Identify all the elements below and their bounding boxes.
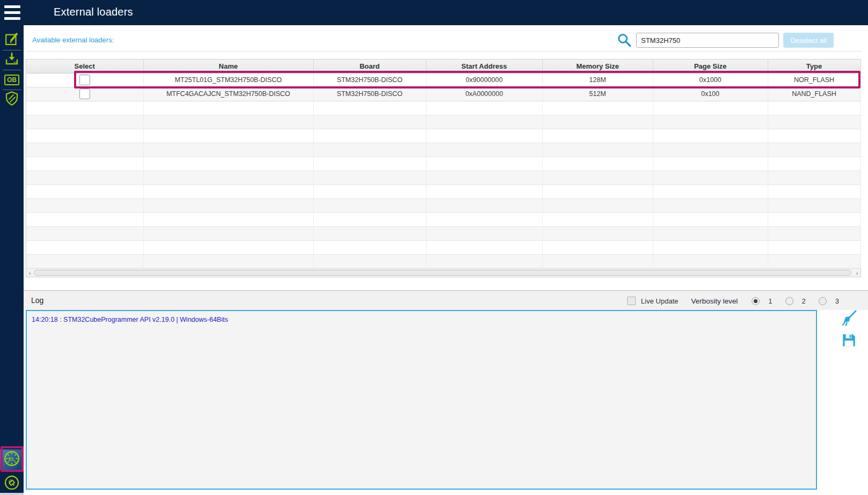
cell-type: NAND_FLASH bbox=[768, 87, 860, 101]
floppy-save-icon bbox=[841, 332, 857, 350]
verbosity-radio-3[interactable] bbox=[819, 297, 827, 305]
cell-start-address: 0x90000000 bbox=[426, 73, 542, 87]
col-header-memory-size[interactable]: Memory Size bbox=[542, 60, 653, 73]
sidebar-item-memory-file-edition[interactable] bbox=[0, 31, 24, 50]
cell-name: MT25TL01G_STM32H750B-DISCO bbox=[143, 73, 313, 87]
log-title: Log bbox=[31, 296, 43, 305]
hamburger-menu-icon[interactable] bbox=[4, 5, 20, 20]
table-row-empty bbox=[26, 157, 860, 171]
sidebar-item-erasing-programming[interactable] bbox=[0, 50, 24, 70]
table-row-empty bbox=[26, 254, 860, 268]
svg-text:EL: EL bbox=[9, 456, 16, 462]
col-header-board[interactable]: Board bbox=[313, 60, 426, 73]
search-icon bbox=[617, 33, 632, 48]
loader-table-body: MT25TL01G_STM32H750B-DISCO STM32H750B-DI… bbox=[26, 73, 860, 268]
sidebar-item-external-loaders[interactable]: EL bbox=[0, 449, 24, 470]
table-row-empty bbox=[26, 198, 860, 212]
page-title: External loaders bbox=[54, 6, 133, 18]
sidebar-item-probe-connector[interactable] bbox=[0, 474, 24, 493]
sidebar-item-option-bytes[interactable]: OB bbox=[0, 70, 24, 90]
table-row-empty bbox=[26, 143, 860, 157]
cell-board: STM32H750B-DISCO bbox=[313, 87, 426, 101]
section-rule bbox=[26, 51, 862, 51]
deselect-all-button[interactable]: Deselect all bbox=[783, 33, 834, 48]
main-content: Available external loaders: Deselect all… bbox=[24, 25, 868, 495]
col-header-select[interactable]: Select bbox=[26, 60, 143, 73]
table-row-empty bbox=[26, 226, 860, 240]
download-icon bbox=[4, 51, 20, 69]
table-row-mtfc4gacajcn: MTFC4GACAJCN_STM32H750B-DISCO STM32H750B… bbox=[26, 87, 860, 101]
search-input[interactable] bbox=[636, 33, 779, 48]
cell-name: MTFC4GACAJCN_STM32H750B-DISCO bbox=[143, 87, 313, 101]
table-row-empty bbox=[26, 115, 860, 129]
scrollbar-thumb[interactable] bbox=[34, 270, 851, 276]
verbosity-radio-3-label: 3 bbox=[835, 297, 839, 305]
pencil-square-icon bbox=[4, 31, 20, 49]
verbosity-level-label: Verbosity level bbox=[691, 297, 738, 305]
verbosity-radio-2[interactable] bbox=[785, 297, 793, 305]
cell-type: NOR_FLASH bbox=[768, 73, 860, 87]
clear-log-button[interactable] bbox=[840, 311, 858, 328]
col-header-page-size[interactable]: Page Size bbox=[653, 60, 768, 73]
cell-page-size: 0x100 bbox=[653, 87, 768, 101]
row-checkbox[interactable] bbox=[79, 75, 90, 85]
cell-board: STM32H750B-DISCO bbox=[313, 73, 426, 87]
broom-icon bbox=[840, 309, 858, 330]
log-header: Log Live Update Verbosity level 1 2 3 bbox=[24, 292, 868, 310]
table-row-empty bbox=[26, 184, 860, 198]
sidebar: OB EL bbox=[0, 25, 24, 495]
shield-icon bbox=[4, 91, 20, 109]
verbosity-radio-2-label: 2 bbox=[802, 297, 806, 305]
col-header-type[interactable]: Type bbox=[768, 60, 860, 73]
live-update-checkbox[interactable] bbox=[627, 297, 636, 305]
table-row-empty bbox=[26, 129, 860, 143]
loaders-table: Select Name Board Start Address Memory S… bbox=[26, 59, 861, 277]
table-header-row: Select Name Board Start Address Memory S… bbox=[26, 60, 860, 73]
log-entry: 14:20:18 : STM32CubeProgrammer API v2.19… bbox=[32, 315, 811, 325]
table-row-empty bbox=[26, 101, 860, 115]
top-bar: External loaders bbox=[0, 0, 868, 25]
table-row-empty bbox=[26, 240, 860, 254]
sidebar-bottom-edge bbox=[0, 493, 24, 495]
cell-memory-size: 512M bbox=[542, 87, 653, 101]
scroll-right-arrow[interactable]: › bbox=[854, 269, 860, 277]
sidebar-item-secure-programming[interactable] bbox=[0, 90, 24, 109]
row-checkbox[interactable] bbox=[79, 88, 90, 99]
cell-page-size: 0x1000 bbox=[653, 73, 768, 87]
horizontal-scrollbar[interactable]: ‹ › bbox=[26, 268, 860, 277]
cell-start-address: 0xA0000000 bbox=[426, 87, 542, 101]
table-row-mt25tl01g: MT25TL01G_STM32H750B-DISCO STM32H750B-DI… bbox=[26, 73, 860, 87]
save-log-button[interactable] bbox=[840, 333, 858, 350]
verbosity-radio-1-label: 1 bbox=[768, 297, 772, 305]
available-loaders-label: Available external loaders: bbox=[32, 36, 114, 44]
log-output[interactable]: 14:20:18 : STM32CubeProgrammer API v2.19… bbox=[26, 310, 817, 490]
table-row-empty bbox=[26, 171, 860, 184]
table-row-empty bbox=[26, 212, 860, 226]
cell-memory-size: 128M bbox=[542, 73, 653, 87]
connector-icon bbox=[3, 474, 20, 493]
verbosity-radio-1[interactable] bbox=[752, 297, 760, 305]
scroll-left-arrow[interactable]: ‹ bbox=[26, 269, 33, 277]
ob-icon: OB bbox=[4, 75, 19, 85]
col-header-name[interactable]: Name bbox=[143, 60, 313, 73]
el-chip-icon: EL bbox=[3, 449, 21, 470]
col-header-start-address[interactable]: Start Address bbox=[426, 60, 542, 73]
live-update-label: Live Update bbox=[641, 297, 678, 305]
